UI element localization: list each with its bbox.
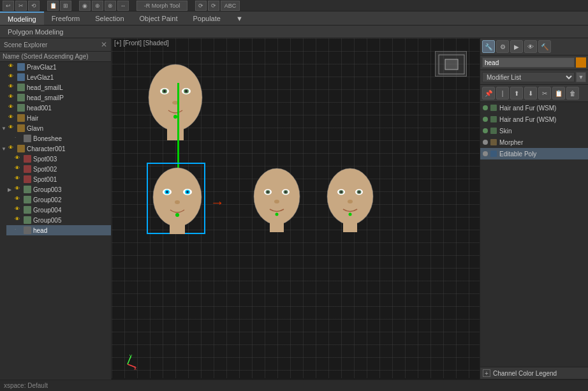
obj-icon bbox=[17, 73, 25, 81]
obj-icon bbox=[17, 124, 25, 132]
eye-icon: 👁 bbox=[15, 165, 22, 173]
tree-item-group005[interactable]: 👁 Group005 bbox=[6, 215, 111, 225]
scene-tree[interactable]: 👁 PravGlaz1 👁 LevGlaz1 👁 head_smailL bbox=[0, 62, 111, 391]
tree-item-character001[interactable]: ▼ 👁 Character001 bbox=[0, 144, 111, 154]
tree-item-group004[interactable]: 👁 Group004 bbox=[6, 205, 111, 215]
item-label: Hair bbox=[27, 115, 38, 122]
modify-tab-icon[interactable]: 🔧 bbox=[482, 40, 495, 53]
toolbar-icon-6[interactable]: ◉ bbox=[79, 1, 91, 11]
modifier-skin-icon bbox=[490, 127, 497, 135]
selected-head-frame bbox=[147, 163, 205, 234]
tab-object-paint[interactable]: Object Paint bbox=[132, 11, 186, 25]
head-right1-svg bbox=[249, 165, 305, 235]
name-color-button[interactable] bbox=[576, 57, 586, 68]
modifier-list-select[interactable]: Modifier List bbox=[482, 72, 575, 82]
eye-icon: · bbox=[15, 135, 22, 142]
modifier-action-3[interactable]: ⬆ bbox=[510, 87, 523, 100]
hierarchy-icon[interactable]: ⚙ bbox=[496, 40, 509, 53]
toolbar-icon-12[interactable]: ABC bbox=[221, 1, 240, 11]
tab-modeling[interactable]: Modeling bbox=[0, 11, 44, 25]
eye-icon: 👁 bbox=[8, 114, 16, 122]
svg-point-35 bbox=[341, 191, 342, 193]
modifier-action-7[interactable]: 🗑 bbox=[566, 87, 579, 100]
modifier-skin[interactable]: Skin bbox=[480, 125, 588, 136]
modifier-action-6[interactable]: 📋 bbox=[552, 87, 565, 100]
eye-icon: 👁 bbox=[8, 104, 16, 112]
svg-rect-46 bbox=[490, 105, 497, 111]
svg-point-15 bbox=[166, 191, 168, 193]
tree-item-group003[interactable]: ▶ 👁 Group003 bbox=[6, 184, 111, 195]
svg-point-40 bbox=[349, 213, 352, 216]
toolbar-icon-2[interactable]: ✂ bbox=[15, 1, 27, 11]
tab-freeform[interactable]: Freeform bbox=[44, 11, 88, 25]
item-label: PravGlaz1 bbox=[27, 64, 57, 71]
motion-icon[interactable]: ▶ bbox=[510, 40, 523, 53]
utilities-icon[interactable]: 🔨 bbox=[538, 40, 551, 53]
tree-item-pravglaz1[interactable]: 👁 PravGlaz1 bbox=[0, 62, 111, 72]
modifier-spacer bbox=[480, 159, 588, 367]
obj-icon bbox=[24, 165, 31, 173]
channel-color-legend-header[interactable]: + Channel Color Legend bbox=[480, 367, 588, 379]
svg-point-38 bbox=[358, 191, 360, 193]
item-label: head001 bbox=[27, 105, 52, 112]
eye-icon: 👁 bbox=[8, 94, 16, 101]
toolbar-icon-5[interactable]: ⊞ bbox=[60, 1, 71, 11]
toolbar-icon-4[interactable]: 📋 bbox=[47, 1, 59, 11]
toolbar-icon-10[interactable]: ⟳ bbox=[195, 1, 207, 11]
modifier-hair-fur-1[interactable]: Hair and Fur (WSM) bbox=[480, 102, 588, 114]
svg-point-39 bbox=[348, 200, 353, 203]
eye-icon: 👁 bbox=[8, 73, 16, 81]
tree-item-spot001[interactable]: 👁 Spot001 bbox=[6, 174, 111, 184]
scene-close-button[interactable]: ✕ bbox=[101, 40, 107, 49]
viewport-area[interactable]: [+] [Front] [Shaded] bbox=[112, 38, 480, 391]
modifier-dot-3 bbox=[483, 128, 488, 133]
obj-icon bbox=[17, 114, 25, 122]
tree-item-boneshee[interactable]: · Boneshee bbox=[6, 133, 111, 144]
modifier-hair-fur-2[interactable]: Hair and Fur (WSM) bbox=[480, 114, 588, 125]
tree-item-glavn[interactable]: ▼ 👁 Glavn bbox=[0, 123, 111, 133]
minimap bbox=[435, 51, 467, 77]
obj-icon bbox=[24, 226, 31, 234]
item-label: LevGlaz1 bbox=[27, 74, 54, 81]
tree-item-head[interactable]: · head bbox=[6, 225, 111, 235]
eye-icon: 👁 bbox=[8, 124, 16, 132]
svg-point-32 bbox=[327, 168, 373, 225]
tree-item-levglaz1[interactable]: 👁 LevGlaz1 bbox=[0, 72, 111, 82]
toolbar-icon-11[interactable]: ⟳ bbox=[208, 1, 219, 11]
tree-item-group002[interactable]: 👁 Group002 bbox=[6, 195, 111, 205]
modifier-action-2[interactable]: | bbox=[496, 87, 509, 100]
pin-icon[interactable]: 📌 bbox=[482, 87, 495, 100]
modifier-editable-poly[interactable]: Editable Poly bbox=[480, 148, 588, 159]
svg-point-2 bbox=[149, 64, 202, 131]
tab-more[interactable]: ▼ bbox=[228, 11, 251, 25]
tab-selection[interactable]: Selection bbox=[87, 11, 131, 25]
toolbar-icon-3[interactable]: ⟲ bbox=[28, 1, 40, 11]
tree-item-spot002[interactable]: 👁 Spot002 bbox=[6, 164, 111, 174]
modifier-action-4[interactable]: ⬇ bbox=[524, 87, 537, 100]
modifier-action-5[interactable]: ✂ bbox=[538, 87, 551, 100]
svg-rect-31 bbox=[270, 222, 284, 232]
tree-item-head001[interactable]: 👁 head001 bbox=[0, 103, 111, 113]
eye-icon: 👁 bbox=[15, 175, 22, 183]
tree-item-head-smail-p[interactable]: 👁 head_smailP bbox=[0, 92, 111, 103]
axis-indicator: x y bbox=[118, 355, 137, 375]
modifier-dropdown-button[interactable]: ▼ bbox=[576, 72, 586, 82]
toolbar-icon-1[interactable]: ↩ bbox=[3, 1, 14, 11]
item-label: Spot003 bbox=[33, 156, 57, 163]
morph-tool-icon[interactable]: -R Morph Tool bbox=[136, 1, 187, 11]
tree-item-hair[interactable]: 👁 Hair bbox=[0, 113, 111, 123]
axis-svg: x y bbox=[118, 355, 137, 374]
modifier-dot-4 bbox=[483, 140, 488, 145]
toolbar-icon-9[interactable]: ↔ bbox=[117, 1, 129, 11]
tab-populate[interactable]: Populate bbox=[185, 11, 228, 25]
modifier-label-1: Hair and Fur (WSM) bbox=[499, 105, 556, 112]
tree-item-head-smail-l[interactable]: 👁 head_smailL bbox=[0, 82, 111, 92]
name-input[interactable] bbox=[482, 57, 575, 68]
toolbar-icon-8[interactable]: ⊗ bbox=[105, 1, 116, 11]
modifier-morpher[interactable]: Morpher bbox=[480, 136, 588, 148]
tree-item-spot003[interactable]: 👁 Spot003 bbox=[6, 154, 111, 164]
toolbar-icon-7[interactable]: ⊕ bbox=[92, 1, 103, 11]
display-icon[interactable]: 👁 bbox=[524, 40, 537, 53]
obj-icon bbox=[17, 104, 25, 112]
svg-point-5 bbox=[163, 90, 166, 92]
